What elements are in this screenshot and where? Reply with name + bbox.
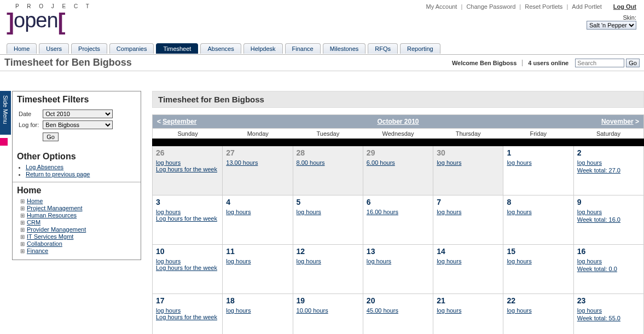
log-hours-link[interactable]: log hours	[297, 258, 359, 264]
calendar-cell: 23log hoursWeek total: 55.0	[574, 294, 644, 334]
weekday-header: SundayMondayTuesdayWednesdayThursdayFrid…	[152, 129, 644, 139]
log-hours-link[interactable]: log hours	[437, 258, 500, 264]
calendar-cell: 16log hoursWeek total: 0.0	[574, 245, 644, 294]
week-total-link[interactable]: Week total: 0.0	[577, 266, 640, 272]
log-hours-link[interactable]: log hours	[156, 307, 219, 314]
log-week-link[interactable]: Log hours for the week	[156, 215, 219, 222]
sidebar: Timesheet Filters Date Oct 2010 Log for:…	[12, 91, 141, 260]
sidebar-option-link[interactable]: Return to previous page	[26, 171, 90, 177]
day-number: 8	[507, 198, 511, 206]
log-hours-link[interactable]: log hours	[577, 258, 640, 264]
calendar-cell: 616.00 hours	[363, 195, 433, 245]
main-panel: Timesheet for Ben Bigboss < September Oc…	[152, 91, 644, 334]
weekday-label: Saturday	[573, 129, 643, 139]
tab-milestones[interactable]: Milestones	[323, 43, 366, 54]
day-number: 30	[437, 148, 445, 157]
day-number: 9	[577, 198, 582, 206]
logout-link[interactable]: Log Out	[613, 3, 636, 10]
tab-users[interactable]: Users	[39, 43, 69, 54]
tree-item-link[interactable]: CRM	[27, 219, 40, 226]
log-hours-link[interactable]: log hours	[156, 258, 219, 264]
weekday-label: Tuesday	[293, 129, 363, 139]
search-go-button[interactable]: Go	[626, 59, 640, 67]
tree-item-link[interactable]: Home	[27, 198, 43, 204]
day-number: 7	[437, 198, 441, 206]
week-total-link[interactable]: Week total: 55.0	[577, 315, 640, 321]
tab-reporting[interactable]: Reporting	[400, 43, 440, 54]
skin-selector-row: Skin: Salt 'n Pepper	[0, 13, 644, 30]
log-hours-link[interactable]: log hours	[156, 159, 219, 166]
day-number: 18	[226, 296, 235, 305]
filter-date-select[interactable]: Oct 2010	[43, 110, 113, 118]
search-input[interactable]	[575, 59, 624, 67]
tree-item-link[interactable]: Provider Management	[27, 226, 86, 233]
log-hours-link[interactable]: log hours	[577, 307, 640, 314]
day-number: 19	[297, 296, 305, 305]
hours-link[interactable]: 16.00 hours	[367, 209, 430, 215]
tab-home[interactable]: Home	[7, 43, 37, 54]
log-hours-link[interactable]: log hours	[577, 159, 640, 166]
calendar-cell: 8log hours	[503, 195, 573, 245]
tree-item-link[interactable]: IT Services Mgmt	[27, 233, 73, 240]
log-hours-link[interactable]: log hours	[226, 258, 289, 264]
log-hours-link[interactable]: log hours	[507, 159, 570, 166]
tab-companies[interactable]: Companies	[109, 43, 154, 54]
tab-projects[interactable]: Projects	[71, 43, 107, 54]
tab-timesheet[interactable]: Timesheet	[156, 43, 198, 54]
header-link[interactable]: Reset Portlets	[525, 3, 562, 10]
tree-item-link[interactable]: Finance	[27, 247, 48, 254]
day-number: 22	[507, 296, 515, 305]
header-link[interactable]: Change Password	[466, 3, 515, 10]
log-hours-link[interactable]: log hours	[226, 307, 289, 314]
calendar-cell: 1910.00 hours	[293, 294, 363, 334]
hours-link[interactable]: 13.00 hours	[226, 159, 289, 166]
hours-link[interactable]: 6.00 hours	[367, 159, 430, 166]
log-hours-link[interactable]: log hours	[156, 209, 219, 215]
tab-finance[interactable]: Finance	[285, 43, 321, 54]
current-month-link[interactable]: October 2010	[377, 118, 419, 125]
log-hours-link[interactable]: log hours	[437, 307, 500, 314]
log-hours-link[interactable]: log hours	[297, 209, 359, 215]
filter-logfor-select[interactable]: Ben Bigboss	[43, 120, 113, 129]
log-hours-link[interactable]: log hours	[437, 209, 500, 215]
log-week-link[interactable]: Log hours for the week	[156, 314, 219, 320]
log-hours-link[interactable]: log hours	[577, 209, 640, 215]
skin-select[interactable]: Salt 'n Pepper	[587, 21, 636, 30]
weekday-label: Sunday	[153, 129, 223, 139]
calendar-cell: 12log hours	[293, 245, 363, 294]
week-total-link[interactable]: Week total: 16.0	[577, 216, 640, 223]
calendar-cell: 10log hoursLog hours for the week	[153, 245, 223, 294]
header-link[interactable]: My Account	[426, 3, 457, 10]
hours-link[interactable]: 8.00 hours	[297, 159, 359, 166]
log-hours-link[interactable]: log hours	[437, 159, 500, 166]
tree-item-link[interactable]: Project Management	[27, 205, 83, 211]
log-hours-link[interactable]: log hours	[507, 209, 570, 215]
side-menu-toggle[interactable]: Side Menu	[0, 91, 11, 135]
main-tabs: HomeUsersProjectsCompaniesTimesheetAbsen…	[0, 43, 644, 55]
day-number: 20	[367, 296, 375, 305]
hours-link[interactable]: 45.00 hours	[367, 307, 430, 314]
sidebar-option-link[interactable]: Log Absences	[26, 164, 63, 170]
header-link[interactable]: Add Portlet	[572, 3, 601, 10]
next-month-link[interactable]: November	[601, 118, 634, 125]
tab-absences[interactable]: Absences	[200, 43, 241, 54]
tree-item-link[interactable]: Human Resources	[27, 212, 77, 218]
log-week-link[interactable]: Log hours for the week	[156, 166, 219, 172]
hours-link[interactable]: 10.00 hours	[297, 307, 359, 314]
calendar-cell: 4log hours	[223, 195, 293, 245]
log-week-link[interactable]: Log hours for the week	[156, 264, 219, 271]
filter-go-button[interactable]: Go	[43, 133, 59, 141]
prev-month-link[interactable]: September	[163, 118, 196, 125]
tab-rfqs[interactable]: RFQs	[368, 43, 398, 54]
side-menu-accent-icon	[0, 138, 8, 146]
log-hours-link[interactable]: log hours	[507, 307, 570, 314]
day-number: 29	[367, 148, 375, 157]
week-total-link[interactable]: Week total: 27.0	[577, 167, 640, 174]
tree-item-link[interactable]: Collaboration	[27, 240, 62, 247]
log-hours-link[interactable]: log hours	[507, 258, 570, 264]
sub-header: Timesheet for Ben Bigboss Welcome Ben Bi…	[0, 55, 644, 71]
log-hours-link[interactable]: log hours	[226, 209, 289, 215]
users-online: 4 users online	[528, 60, 568, 66]
log-hours-link[interactable]: log hours	[367, 258, 430, 264]
tab-helpdesk[interactable]: Helpdesk	[243, 43, 283, 54]
